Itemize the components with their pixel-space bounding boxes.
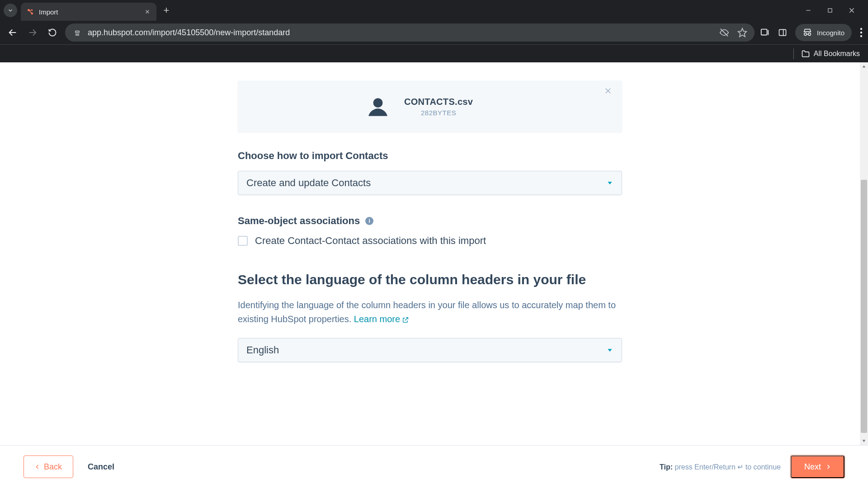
browser-chrome: Import + app.hubspot.com/import/45105500… <box>0 0 868 62</box>
media-control-icon[interactable] <box>760 28 770 38</box>
external-link-icon <box>402 316 409 324</box>
language-dropdown[interactable]: English <box>238 338 622 362</box>
back-button-label: Back <box>44 462 62 472</box>
scroll-up-arrow-icon[interactable] <box>860 62 868 70</box>
site-info-icon[interactable] <box>72 28 82 38</box>
info-icon[interactable]: i <box>365 217 373 225</box>
associations-label: Same-object associations <box>238 215 360 227</box>
uploaded-file-card: CONTACTS.csv 282BYTES <box>238 80 622 133</box>
bookmark-star-button[interactable] <box>737 28 747 38</box>
tip-text: Tip: press Enter/Return ↵ to continue <box>660 463 781 471</box>
window-maximize-button[interactable] <box>826 6 835 15</box>
svg-marker-28 <box>608 349 612 352</box>
page-viewport: CONTACTS.csv 282BYTES Choose how to impo… <box>0 62 868 488</box>
window-close-button[interactable] <box>847 6 856 15</box>
new-tab-button[interactable]: + <box>160 4 173 17</box>
file-name: CONTACTS.csv <box>404 97 473 107</box>
svg-marker-30 <box>863 440 866 442</box>
associations-checkbox-label: Create Contact-Contact associations with… <box>255 235 486 247</box>
browser-menu-button[interactable] <box>860 28 863 38</box>
scrollbar-thumb[interactable] <box>861 180 867 433</box>
associations-label-row: Same-object associations i <box>238 215 622 227</box>
import-mode-value: Create and update Contacts <box>246 177 371 189</box>
incognito-label: Incognito <box>817 29 844 37</box>
incognito-chip[interactable]: Incognito <box>795 24 852 41</box>
language-description-text: Identifying the language of the column h… <box>238 300 616 324</box>
hubspot-favicon-icon <box>26 8 34 16</box>
contact-avatar-icon <box>364 93 392 120</box>
scroll-down-arrow-icon[interactable] <box>860 437 868 445</box>
browser-tab[interactable]: Import <box>21 3 156 21</box>
learn-more-link[interactable]: Learn more <box>354 314 409 324</box>
chevron-down-icon <box>606 179 613 187</box>
svg-marker-15 <box>738 28 746 37</box>
tabs-search-button[interactable] <box>4 4 17 17</box>
svg-rect-18 <box>779 29 786 35</box>
nav-reload-button[interactable] <box>45 25 60 40</box>
window-minimize-button[interactable] <box>804 6 813 15</box>
language-description: Identifying the language of the column h… <box>238 298 622 326</box>
associations-checkbox-row: Create Contact-Contact associations with… <box>238 235 622 247</box>
svg-marker-27 <box>608 182 612 184</box>
tab-close-button[interactable] <box>144 8 151 15</box>
content-scroll: CONTACTS.csv 282BYTES Choose how to impo… <box>0 80 860 445</box>
all-bookmarks-button[interactable]: All Bookmarks <box>801 49 860 58</box>
svg-point-24 <box>373 98 383 108</box>
side-panel-icon[interactable] <box>778 28 787 37</box>
url-bar[interactable]: app.hubspot.com/import/45105500/new-impo… <box>65 23 755 42</box>
next-button[interactable]: Next <box>791 455 844 478</box>
back-button[interactable]: Back <box>24 455 73 478</box>
window-controls <box>804 6 864 15</box>
associations-checkbox[interactable] <box>238 236 248 246</box>
eye-off-icon[interactable] <box>719 28 729 38</box>
language-value: English <box>246 344 279 356</box>
browser-toolbar: app.hubspot.com/import/45105500/new-impo… <box>0 21 868 44</box>
tip-label: Tip: <box>660 463 673 471</box>
wizard-footer: Back Cancel Tip: press Enter/Return ↵ to… <box>0 445 868 488</box>
remove-file-button[interactable] <box>604 87 612 95</box>
tab-strip: Import + <box>0 0 868 21</box>
bookmarks-bar: All Bookmarks <box>0 44 868 62</box>
import-mode-label: Choose how to import Contacts <box>238 150 622 162</box>
language-heading: Select the language of the column header… <box>238 272 622 287</box>
chevron-down-icon <box>606 347 613 354</box>
scrollbar[interactable] <box>860 62 868 445</box>
chevron-right-icon <box>826 464 831 470</box>
chevron-left-icon <box>35 464 40 470</box>
svg-rect-6 <box>828 9 832 12</box>
file-size: 282BYTES <box>421 109 456 117</box>
import-mode-dropdown[interactable]: Create and update Contacts <box>238 171 622 195</box>
tab-title: Import <box>39 8 139 16</box>
next-button-label: Next <box>804 462 821 472</box>
incognito-icon <box>802 28 812 38</box>
svg-rect-11 <box>75 31 79 33</box>
learn-more-text: Learn more <box>354 314 400 324</box>
tip-body: press Enter/Return ↵ to continue <box>673 463 781 471</box>
svg-marker-29 <box>863 66 866 68</box>
nav-forward-button[interactable] <box>25 25 40 40</box>
svg-rect-16 <box>761 29 767 35</box>
svg-point-23 <box>860 35 862 37</box>
cancel-button[interactable]: Cancel <box>88 462 114 472</box>
divider <box>793 48 794 59</box>
bookmarks-label: All Bookmarks <box>814 50 860 58</box>
nav-back-button[interactable] <box>5 25 20 40</box>
svg-point-21 <box>860 28 862 30</box>
url-text: app.hubspot.com/import/45105500/new-impo… <box>88 28 290 38</box>
folder-icon <box>801 49 810 58</box>
svg-point-22 <box>860 32 862 33</box>
